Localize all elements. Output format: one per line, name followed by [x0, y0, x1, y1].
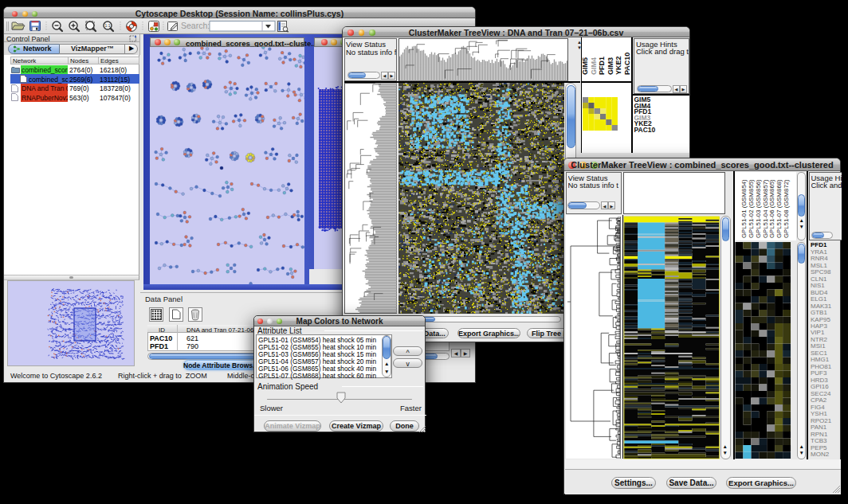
svg-text:Search:: Search:: [181, 21, 210, 30]
svg-text:1:1: 1:1: [105, 23, 111, 28]
